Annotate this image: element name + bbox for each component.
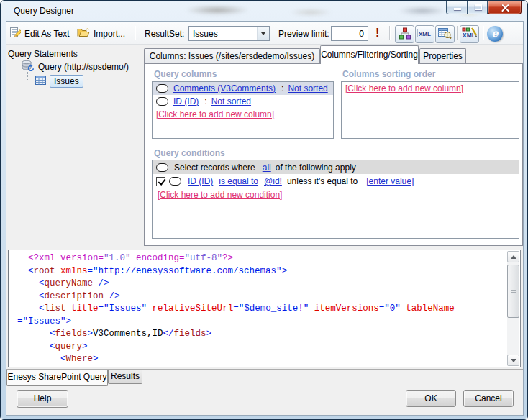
open-folder-icon <box>77 27 90 40</box>
where-prefix: Select records where <box>174 163 255 173</box>
preview-results-button[interactable] <box>435 25 455 43</box>
query-conditions-list: Select records where all of the followin… <box>152 160 519 239</box>
warning-exclamation-icon: ! <box>375 27 379 40</box>
ok-button[interactable]: OK <box>406 390 456 407</box>
resultset-label: ResultSet: <box>145 29 184 39</box>
scroll-down-button[interactable] <box>507 355 519 366</box>
restore-button[interactable] <box>468 1 488 14</box>
import-button[interactable]: Import... <box>77 26 125 41</box>
resultset-combobox[interactable]: Issues <box>188 26 270 41</box>
toolbar-separator <box>457 26 458 40</box>
combo-arrow-zone[interactable] <box>257 27 269 40</box>
condition-field-link[interactable]: ID (ID) <box>188 176 213 186</box>
xml-edit-icon: XML <box>462 27 477 41</box>
cancel-button[interactable]: Cancel <box>463 390 514 407</box>
column-row[interactable]: ID (ID) : Not sorted <box>153 95 333 108</box>
query-columns-header: Query columns <box>154 69 217 79</box>
resultset-value: Issues <box>189 29 257 39</box>
edit-text-icon <box>9 27 21 40</box>
condition-enabled-checkbox[interactable] <box>156 177 165 186</box>
toolbar-separator <box>483 26 483 40</box>
tab-enesys-sharepoint-query[interactable]: Enesys SharePoint Query <box>6 370 108 386</box>
close-button[interactable] <box>488 1 522 14</box>
tab-page: Query columns Comments (V3Comments) : No… <box>144 63 523 246</box>
tree-node-issues[interactable]: Issues <box>35 75 83 88</box>
table-icon <box>35 76 46 87</box>
svg-text:XML: XML <box>419 31 431 37</box>
query-columns-list: Comments (V3Comments) : Not sorted ID (I… <box>152 81 334 139</box>
tab-results[interactable]: Results <box>108 370 142 384</box>
conditions-group-row[interactable]: Select records where all of the followin… <box>153 160 519 174</box>
column-checkbox[interactable] <box>156 84 168 93</box>
tab-columns-filtering-sorting[interactable]: Columns/Filtering/Sorting <box>320 45 419 64</box>
preview-limit-input[interactable] <box>331 26 368 41</box>
preview-limit-label: Preview limit: <box>278 29 329 39</box>
table-search-icon <box>438 27 452 41</box>
tab-columns-issues[interactable]: Columns: Issues (/sites/ersdedemo/Issues… <box>144 48 320 64</box>
vertical-scrollbar[interactable] <box>507 251 519 366</box>
colon-separator: : <box>204 96 206 106</box>
add-column-link[interactable]: [Click here to add new column] <box>156 109 274 119</box>
sort-state-link[interactable]: Not sorted <box>288 83 327 93</box>
edit-xml-button[interactable]: XML <box>460 25 479 43</box>
condition-operator-link[interactable]: is equal to <box>219 176 258 186</box>
enesys-logo-icon: e <box>487 26 503 42</box>
column-checkbox[interactable] <box>156 97 168 106</box>
add-condition-link[interactable]: [Click here to add new condition] <box>158 190 282 200</box>
condition-row[interactable]: ID (ID) is equal to @id! unless it's equ… <box>153 174 519 188</box>
enter-value-link[interactable]: [enter value] <box>366 176 414 186</box>
minimize-icon <box>454 8 461 10</box>
sort-state-link[interactable]: Not sorted <box>211 96 251 106</box>
xml-view-button[interactable]: XML <box>415 25 434 43</box>
tree-connector <box>27 72 34 81</box>
tree-node-query[interactable]: Query (http://spsdemo/) <box>21 60 129 74</box>
group-checkbox[interactable] <box>156 163 168 172</box>
condition-value-link[interactable]: @id! <box>264 176 282 186</box>
diagram-icon <box>399 27 411 42</box>
chevron-down-icon <box>261 32 265 35</box>
sorting-order-header: Columns sorting order <box>342 69 435 79</box>
query-statements-header: Query Statements <box>8 49 78 59</box>
colon-separator: : <box>281 83 283 93</box>
toolbar-separator <box>389 26 390 40</box>
condition-checkbox[interactable] <box>169 177 181 186</box>
tree-node-issues-label: Issues <box>50 75 83 88</box>
import-label: Import... <box>94 29 125 39</box>
xml-code[interactable]: <?xml version="1.0" encoding="utf-8"?> <… <box>9 252 506 367</box>
all-any-link[interactable]: all <box>263 163 271 173</box>
query-conditions-header: Query conditions <box>154 148 225 158</box>
arrow-up-icon <box>511 255 516 259</box>
minimize-button[interactable] <box>446 1 468 14</box>
tree-node-query-label: Query (http://spsdemo/) <box>38 62 129 72</box>
edit-as-text-button[interactable]: Edit As Text <box>9 26 69 41</box>
toolbar-separator <box>135 26 135 40</box>
scrollbar-thumb[interactable] <box>507 265 519 318</box>
close-icon <box>501 3 510 12</box>
help-button[interactable]: Help <box>17 390 68 408</box>
column-row[interactable]: Comments (V3Comments) : Not sorted <box>153 82 333 95</box>
arrow-down-icon <box>511 359 516 362</box>
scroll-up-button[interactable] <box>507 251 519 262</box>
unless-text: unless it's equal to <box>287 176 358 186</box>
tab-properties[interactable]: Properties <box>419 48 466 64</box>
xml-icon: XML <box>417 29 432 40</box>
where-suffix: of the following apply <box>276 163 356 173</box>
restore-icon <box>475 4 482 10</box>
window-title: Query Designer <box>14 6 74 16</box>
column-name-link[interactable]: Comments (V3Comments) <box>173 83 276 93</box>
query-designer-window: Query Designer Edit As Text Import... Re… <box>0 0 528 420</box>
add-sort-column-link[interactable]: [Click here to add new column] <box>345 83 463 93</box>
xml-source-panel[interactable]: <?xml version="1.0" encoding="utf-8"?> <… <box>8 250 521 368</box>
sorting-order-list: [Click here to add new column] <box>341 81 519 139</box>
svg-text:XML: XML <box>463 32 475 39</box>
column-name-link[interactable]: ID (ID) <box>173 96 199 106</box>
designer-view-button[interactable] <box>395 25 414 43</box>
edit-as-text-label: Edit As Text <box>24 29 69 39</box>
